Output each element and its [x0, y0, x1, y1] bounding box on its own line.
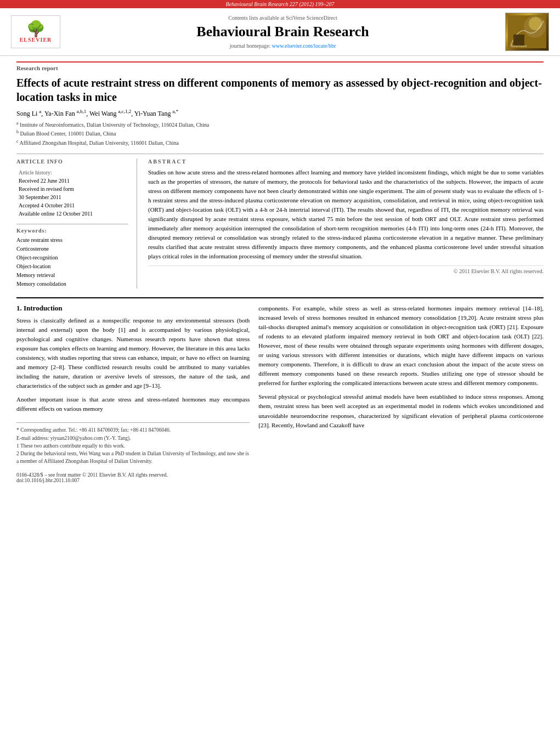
journal-branding: 🌳 ELSEVIER Contents lists available at S… — [0, 8, 560, 55]
left-column: 1. Introduction Stress is classically de… — [16, 304, 250, 483]
intro-para-1: Stress is classically defined as a nonsp… — [16, 316, 250, 391]
abstract-section: ABSTRACT Studies on how acute stress and… — [148, 159, 544, 289]
doi-value: doi:10.1016/j.bbr.2011.10.007 — [16, 478, 250, 483]
article-info: ARTICLE INFO Article history: Received 2… — [16, 159, 137, 289]
authors: Song Li a, Ya-Xin Fan a,b,1, Wei Wang a,… — [16, 109, 544, 118]
article-title: Effects of acute restraint stress on dif… — [16, 76, 544, 104]
footnote-email: E-mail address: yiyuan2100@yahoo.com (Y.… — [16, 434, 250, 442]
body-content: 1. Introduction Stress is classically de… — [16, 297, 544, 483]
received-date: Received 22 June 2011 — [18, 177, 127, 184]
elsevier-logo: 🌳 ELSEVIER — [11, 15, 60, 48]
footnotes: * Corresponding author. Tel.: +86 411 84… — [16, 422, 250, 465]
homepage-link[interactable]: www.elsevier.com/locate/bbr — [272, 43, 336, 49]
history-label: Article history: — [18, 169, 127, 176]
intro-heading: 1. Introduction — [16, 304, 250, 313]
accepted-date: Accepted 4 October 2011 — [18, 202, 127, 209]
abstract-title: ABSTRACT — [148, 159, 544, 165]
journal-homepage: journal homepage: www.elsevier.com/locat… — [71, 43, 494, 49]
main-content: Research report Effects of acute restrai… — [0, 56, 560, 494]
research-report-label: Research report — [16, 61, 544, 71]
journal-thumbnail: Behavioural Brain Research — [505, 13, 549, 51]
footnote-star: * Corresponding author. Tel.: +86 411 84… — [16, 426, 250, 434]
footnote-2: 2 During the behavioral tests, Wei Wang … — [16, 450, 250, 466]
contents-line: Contents lists available at SciVerse Sci… — [71, 15, 494, 21]
journal-center: Contents lists available at SciVerse Sci… — [60, 15, 505, 48]
keywords-list: Acute restraint stress Corticosterone Ob… — [16, 236, 128, 289]
elsevier-brand-name: ELSEVIER — [20, 37, 52, 43]
right-para-1: components. For example, while stress as… — [258, 304, 544, 388]
doi-line: 0166-4328/$ – see front matter © 2011 El… — [16, 472, 250, 483]
right-para-2: Several physical or psychological stress… — [258, 392, 544, 429]
journal-header: Behavioural Brain Research 227 (2012) 19… — [0, 0, 560, 56]
article-info-abstract: ARTICLE INFO Article history: Received 2… — [16, 154, 544, 289]
issn-line: 0166-4328/$ – see front matter © 2011 El… — [16, 472, 250, 478]
homepage-label: journal homepage: — [230, 43, 271, 49]
journal-citation: Behavioural Brain Research 227 (2012) 19… — [225, 1, 334, 7]
received-revised-date: 30 September 2011 — [18, 194, 127, 201]
keywords-section: Keywords: Acute restraint stress Cortico… — [16, 224, 128, 289]
abstract-text: Studies on how acute stress and the stre… — [148, 168, 544, 261]
affiliations: a Institute of Neuroinformatics, Dalian … — [16, 120, 544, 147]
svg-text:Behavioural: Behavioural — [511, 44, 527, 48]
right-column: components. For example, while stress as… — [258, 304, 544, 483]
elsevier-tree-icon: 🌳 — [26, 21, 46, 37]
journal-title: Behavioural Brain Research — [71, 23, 494, 40]
intro-para-2: Another important issue is that acute st… — [16, 395, 250, 414]
article-history-table: Article history: Received 22 June 2011 R… — [16, 168, 128, 218]
copyright-line: © 2011 Elsevier B.V. All rights reserved… — [148, 265, 544, 274]
svg-point-1 — [529, 17, 542, 30]
article-info-title: ARTICLE INFO — [16, 159, 128, 165]
footnote-1: 1 These two authors contribute equally t… — [16, 442, 250, 450]
author-list: Song Li a, Ya-Xin Fan a,b,1, Wei Wang a,… — [16, 110, 178, 117]
keywords-title: Keywords: — [16, 228, 128, 234]
received-revised-label: Received in revised form — [18, 185, 127, 193]
contents-text: Contents lists available at SciVerse Sci… — [228, 15, 337, 21]
journal-top-bar: Behavioural Brain Research 227 (2012) 19… — [0, 0, 560, 8]
svg-rect-2 — [513, 35, 524, 46]
available-date: Available online 12 October 2011 — [18, 210, 127, 217]
